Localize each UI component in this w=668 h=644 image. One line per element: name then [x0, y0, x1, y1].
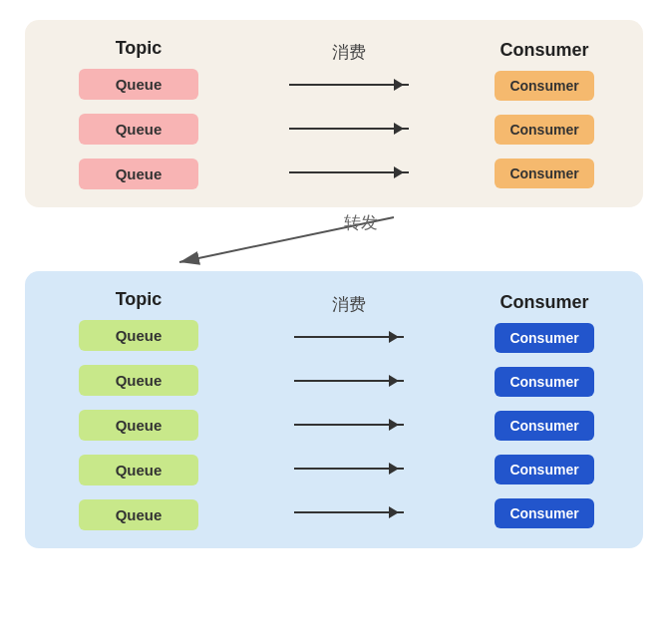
- bottom-consumer-2: Consumer: [495, 367, 594, 397]
- bottom-left: Topic Queue Queue Queue Queue Queue: [49, 289, 228, 530]
- bottom-panel: Topic Queue Queue Queue Queue Queue 消费: [25, 271, 643, 548]
- forward-label: 转发: [344, 211, 378, 234]
- bottom-queue-4: Queue: [79, 455, 198, 485]
- transition-area: 转发: [25, 207, 643, 271]
- top-queue-2: Queue: [79, 114, 198, 145]
- bottom-topic-title: Topic: [116, 289, 163, 310]
- bottom-queue-5: Queue: [79, 499, 198, 530]
- bottom-consumer-1: Consumer: [495, 323, 594, 353]
- bottom-arrow-line-3: [294, 424, 404, 426]
- bottom-consume-label: 消费: [332, 293, 366, 316]
- bottom-arrow-line-2: [294, 380, 404, 382]
- top-queues-col: Queue Queue Queue: [49, 69, 228, 189]
- top-left: Topic Queue Queue Queue: [49, 38, 228, 189]
- bottom-queues-col: Queue Queue Queue Queue Queue: [49, 320, 228, 530]
- top-arrow-line-2: [289, 128, 409, 130]
- top-topic-title: Topic: [116, 38, 163, 59]
- bottom-arrows-col: [294, 322, 404, 527]
- top-consumers-col: Consumer Consumer Consumer: [470, 71, 619, 188]
- top-consume-label: 消费: [332, 41, 366, 64]
- bottom-right: Consumer Consumer Consumer Consumer Cons…: [470, 292, 619, 528]
- top-queue-1: Queue: [79, 69, 198, 100]
- top-arrow-1: [289, 70, 409, 100]
- bottom-consumer-title: Consumer: [500, 292, 588, 313]
- bottom-queue-2: Queue: [79, 365, 198, 396]
- bottom-queue-1: Queue: [79, 320, 198, 351]
- bottom-consumer-3: Consumer: [495, 411, 594, 441]
- top-arrow-line-1: [289, 84, 409, 86]
- bottom-arrow-line-5: [294, 511, 404, 513]
- bottom-arrow-2: [294, 366, 404, 396]
- top-consumer-title: Consumer: [500, 40, 588, 61]
- top-panel: Topic Queue Queue Queue 消费: [25, 20, 643, 207]
- top-arrow-line-3: [289, 171, 409, 173]
- top-arrow-2: [289, 114, 409, 144]
- top-arrows-col: [289, 70, 409, 187]
- forward-arrow-svg: [25, 207, 643, 271]
- bottom-arrow-5: [294, 497, 404, 527]
- bottom-arrows-middle: 消费: [228, 293, 470, 527]
- top-consumer-1: Consumer: [495, 71, 594, 101]
- bottom-arrow-3: [294, 410, 404, 440]
- bottom-arrow-line-1: [294, 336, 404, 338]
- diagram-container: Topic Queue Queue Queue 消费: [15, 20, 653, 548]
- bottom-arrow-line-4: [294, 468, 404, 470]
- bottom-arrow-1: [294, 322, 404, 352]
- bottom-arrow-4: [294, 454, 404, 483]
- bottom-queue-3: Queue: [79, 410, 198, 441]
- bottom-consumer-5: Consumer: [495, 498, 594, 528]
- top-right: Consumer Consumer Consumer Consumer: [470, 40, 619, 188]
- top-consumer-3: Consumer: [495, 159, 594, 188]
- top-arrow-3: [289, 158, 409, 187]
- top-arrows-middle: 消费: [228, 41, 470, 187]
- top-queue-3: Queue: [79, 159, 198, 189]
- top-consumer-2: Consumer: [495, 115, 594, 145]
- bottom-consumer-4: Consumer: [495, 455, 594, 484]
- bottom-consumers-col: Consumer Consumer Consumer Consumer Cons…: [470, 323, 619, 528]
